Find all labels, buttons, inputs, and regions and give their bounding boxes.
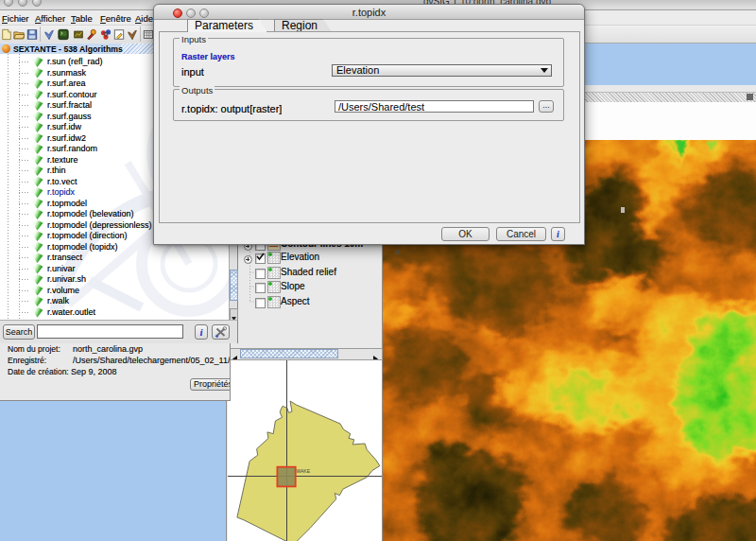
svg-text:WAKE: WAKE xyxy=(297,468,311,474)
